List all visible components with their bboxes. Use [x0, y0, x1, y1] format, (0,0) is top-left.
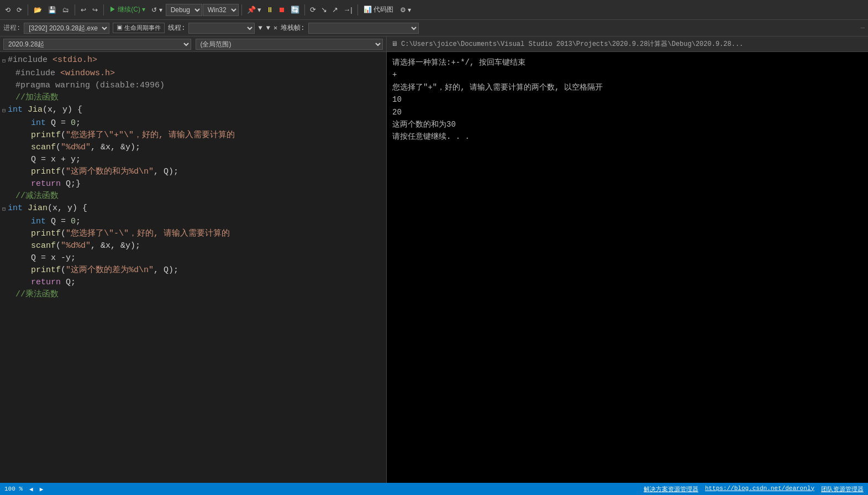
team-explorer-link[interactable]: 团队资源管理器 [821, 485, 864, 493]
process-label: 进程: [3, 23, 20, 33]
code-scope-dropdown[interactable]: 2020.9.28起 [3, 39, 191, 50]
code-line-10: printf("这两个数的和为%d\n", Q); [0, 166, 386, 178]
collapse-btn-13[interactable]: ⊟ [0, 204, 8, 216]
code-line-7: printf("您选择了\"+"\"，好的, 请输入需要计算的 [0, 129, 386, 142]
code-text-12: //减法函数 [8, 190, 384, 202]
code-text-2: #include <windows.h> [8, 67, 384, 80]
code-line-6: int Q = 0; [0, 117, 386, 129]
code-text-19: return Q; [8, 277, 384, 289]
toolbar-pause-btn[interactable]: ⏸ [264, 4, 276, 15]
filter-icon: ▼ ▼ [258, 24, 270, 32]
code-text-14: int Q = 0; [8, 216, 384, 228]
toolbar-runtocursor-btn[interactable]: →| [341, 4, 354, 15]
toolbar-stop-btn[interactable]: ⏹ [276, 4, 288, 15]
toolbar-open-btn[interactable]: 📂 [31, 5, 45, 15]
toolbar-hotreload-btn[interactable]: 🔄 [288, 4, 302, 15]
solution-explorer-link[interactable]: 解决方案资源管理器 [644, 485, 698, 493]
lifecycle-icon: ▣ [117, 24, 123, 31]
toolbar-restart-btn[interactable]: ↺ ▾ [149, 5, 165, 15]
console-icon: 🖥 [391, 40, 398, 48]
code-editor[interactable]: ⊟ #include <stdio.h> #include <windows.h… [0, 52, 386, 483]
toolbar-right-dash: — [861, 24, 865, 32]
console-line-6: 这两个数的和为30 [392, 118, 862, 131]
lifecycle-label: 生命周期事件 [124, 24, 161, 31]
stackframe-label: 堆栈帧: [281, 23, 304, 33]
lifecycle-btn[interactable]: ▣ 生命周期事件 [113, 23, 165, 33]
toolbar-platform-dropdown[interactable]: Win32 [203, 4, 239, 16]
console-line-1: 请选择一种算法:+-*/, 按回车键结束 [392, 56, 862, 69]
code-text-16: scanf("%d%d", &x, &y); [8, 240, 384, 252]
toolbar-sep4 [241, 4, 242, 15]
code-header: 2020.9.28起 (全局范围) [0, 37, 386, 52]
break-icon: ✕ [273, 24, 277, 32]
code-line-17: Q = x -y; [0, 252, 386, 264]
code-line-4: //加法函数 [0, 92, 386, 104]
toolbar-back-btn[interactable]: ⟲ [2, 5, 13, 15]
thread-select[interactable] [188, 23, 255, 34]
code-line-18: printf("这两个数的差为%d\n", Q); [0, 264, 386, 277]
code-line-14: int Q = 0; [0, 216, 386, 228]
toolbar-debug-group: ▶ 继续(C) ▾ ↺ ▾ Debug Win32 [107, 4, 239, 16]
code-line-15: printf("您选择了\"-\"，好的, 请输入需要计算的 [0, 228, 386, 240]
code-line-13: ⊟ int Jian(x, y) { [0, 202, 386, 216]
collapse-btn-5[interactable]: ⊟ [0, 105, 8, 117]
code-panel: 2020.9.28起 (全局范围) ⊟ #include <stdio.h> #… [0, 37, 387, 483]
csdn-link[interactable]: https://blog.csdn.net/dearonly [705, 485, 814, 493]
code-line-9: Q = x + y; [0, 154, 386, 166]
code-line-1: ⊟ #include <stdio.h> [0, 54, 386, 67]
console-output[interactable]: 请选择一种算法:+-*/, 按回车键结束 + 您选择了"+"，好的, 请输入需要… [387, 52, 868, 483]
code-text-8: scanf("%d%d", &x, &y); [8, 142, 384, 154]
toolbar-undo-btn[interactable]: ↩ [78, 5, 89, 15]
console-line-7: 请按任意键继续. . . [392, 131, 862, 143]
toolbar-sep2 [75, 4, 75, 15]
toolbar-save-btn[interactable]: 💾 [45, 5, 59, 15]
process-bar: 进程: [3292] 2020.9.28起.exe ▣ 生命周期事件 线程: ▼… [0, 20, 868, 37]
stackframe-select[interactable] [308, 23, 419, 34]
console-line-3: 您选择了"+"，好的, 请输入需要计算的两个数, 以空格隔开 [392, 81, 862, 93]
bottom-bar-right: 解决方案资源管理器 https://blog.csdn.net/dearonly… [644, 485, 864, 493]
toolbar-file-group: ⟲ ⟳ [2, 5, 25, 15]
code-line-16: scanf("%d%d", &x, &y); [0, 240, 386, 252]
toolbar-saveall-btn[interactable]: 🗂 [60, 5, 72, 15]
code-text-11: return Q;} [8, 178, 384, 190]
code-line-8: scanf("%d%d", &x, &y); [0, 142, 386, 154]
toolbar-bookmark-btn[interactable]: 📌 ▾ [245, 4, 264, 15]
code-line-20: //乘法函数 [0, 289, 386, 301]
code-text-1: #include <stdio.h> [8, 54, 384, 66]
toolbar-settings-btn[interactable]: ⚙ ▾ [397, 5, 414, 15]
toolbar-forward-btn[interactable]: ⟳ [14, 5, 25, 15]
scroll-left-btn[interactable]: ◀ [29, 486, 33, 493]
toolbar-stepover-btn[interactable]: ⟳ [308, 4, 318, 15]
console-header: 🖥 C:\Users\joice\Documents\Visual Studio… [387, 37, 868, 52]
bottom-bar: 100 % ◀ ▶ 解决方案资源管理器 https://blog.csdn.ne… [0, 483, 868, 495]
code-line-12: //减法函数 [0, 190, 386, 202]
console-line-4: 10 [392, 93, 862, 106]
toolbar-sep6 [357, 4, 358, 15]
main-toolbar: ⟲ ⟳ 📂 💾 🗂 ↩ ↪ ▶ 继续(C) ▾ ↺ ▾ Debug Win32 … [0, 0, 868, 20]
toolbar-continue-btn[interactable]: ▶ 继续(C) ▾ [107, 4, 148, 15]
code-line-5: ⊟ int Jia(x, y) { [0, 104, 386, 117]
toolbar-stepout-btn[interactable]: ↗ [330, 4, 340, 15]
code-scope-global-dropdown[interactable]: (全局范围) [196, 39, 383, 50]
toolbar-sep1 [28, 4, 28, 15]
toolbar-codemap-btn[interactable]: 📊 代码图 [361, 4, 396, 15]
scroll-right-btn[interactable]: ▶ [40, 486, 44, 493]
toolbar-undo-redo: ↩ ↪ [78, 5, 101, 15]
code-text-18: printf("这两个数的差为%d\n", Q); [8, 264, 384, 277]
collapse-btn-1[interactable]: ⊟ [0, 55, 8, 67]
toolbar-file-ops: 📂 💾 🗂 [31, 5, 72, 15]
toolbar-redo-btn[interactable]: ↪ [90, 5, 101, 15]
process-select[interactable]: [3292] 2020.9.28起.exe [24, 23, 109, 34]
toolbar-debug-controls: 📌 ▾ ⏸ ⏹ 🔄 [245, 4, 302, 15]
code-text-4: //加法函数 [8, 92, 384, 104]
code-text-15: printf("您选择了\"-\"，好的, 请输入需要计算的 [8, 228, 384, 240]
code-text-7: printf("您选择了\"+"\"，好的, 请输入需要计算的 [8, 129, 384, 142]
toolbar-stepinto-btn[interactable]: ↘ [319, 4, 329, 15]
toolbar-config-dropdown[interactable]: Debug [166, 4, 202, 16]
toolbar-step-group: ⟳ ↘ ↗ →| [308, 4, 354, 15]
code-line-2: #include <windows.h> [0, 67, 386, 80]
zoom-level: 100 % [4, 486, 23, 492]
code-text-5: int Jia(x, y) { [8, 104, 384, 116]
code-text-13: int Jian(x, y) { [8, 202, 384, 215]
code-line-19: return Q; [0, 277, 386, 289]
